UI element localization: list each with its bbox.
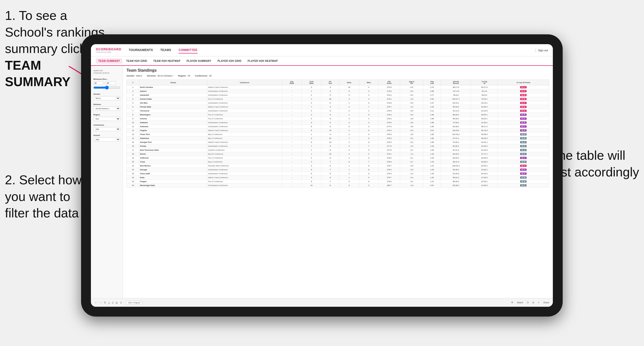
table-row: 18 Illinois Big Ten Conference - 1 23 4 … bbox=[127, 152, 549, 156]
table-filters: Gender: Men's Division: NCAA Division I … bbox=[126, 75, 549, 77]
table-row: 26 Mississippi State Southeastern Confer… bbox=[127, 183, 549, 187]
download-icon[interactable]: ⇓ bbox=[120, 301, 122, 304]
table-row: 20 Texas Big 12 Conference - 3 7 8 7 278… bbox=[127, 160, 549, 164]
nav-tournaments[interactable]: TOURNAMENTS bbox=[129, 47, 153, 53]
table-row: 10 Alabama Southeastern Conference - 5 6… bbox=[127, 121, 549, 125]
copy-icon[interactable]: ▯ bbox=[112, 301, 114, 304]
table-row: 11 Arkansas Southeastern Conference - 8 … bbox=[127, 125, 549, 129]
table-body: 1 North Carolina Atlantic Coast Conferen… bbox=[127, 85, 549, 187]
nav-teams[interactable]: TEAMS bbox=[160, 47, 172, 53]
standings-table: # School Conference AvgRank ConfRank NoT… bbox=[126, 79, 549, 187]
table-row: 15 Georgia Tech Atlantic Coast Conferenc… bbox=[127, 140, 549, 144]
subnav-player-h2h-heatmap[interactable]: PLAYER H2H HEATMAP bbox=[245, 58, 280, 64]
table-row: 6 Florida State Atlantic Coast Conferenc… bbox=[127, 105, 549, 109]
logo-title: SCOREBOARD bbox=[96, 47, 122, 51]
range-inputs: - bbox=[93, 81, 120, 85]
gender-filter: Gender: Men's bbox=[126, 75, 142, 77]
subnav-team-h2h-heatmap[interactable]: TEAM H2H HEATMAP bbox=[151, 58, 183, 64]
instruction-step2: 2. Select how you want to filter the dat… bbox=[5, 172, 82, 222]
sub-nav: TEAM SUMMARY TEAM H2H GRID TEAM H2H HEAT… bbox=[91, 56, 553, 66]
sidebar-min-round: Minimum Rou... - bbox=[93, 78, 120, 90]
table-row: 3 Vanderbilt Southeastern Conference - 2… bbox=[127, 93, 549, 97]
col-rank: # bbox=[127, 80, 139, 85]
table-row: 7 Tennessee Southeastern Conference - 4 … bbox=[127, 109, 549, 113]
refresh-icon[interactable]: ↻ bbox=[104, 301, 106, 304]
watch-label[interactable]: Watch bbox=[517, 301, 523, 304]
table-row: 5 Ole Miss Southeastern Conference - 3 6… bbox=[127, 101, 549, 105]
bookmark-icon[interactable]: ◎ bbox=[116, 301, 118, 304]
sidebar-gender: Gender Men's Women's bbox=[93, 93, 120, 100]
expand-icon: ⧉ bbox=[532, 301, 534, 304]
round-slider[interactable] bbox=[93, 86, 120, 90]
signout-link[interactable]: Sign out bbox=[538, 49, 548, 52]
table-row: 12 Virginia Atlantic Coast Conference - … bbox=[127, 129, 549, 133]
table-row: 24 Duke Atlantic Coast Conference - 5 9 … bbox=[127, 176, 549, 180]
sidebar-school: School (All) bbox=[93, 134, 120, 142]
subnav-team-h2h-grid[interactable]: TEAM H2H GRID bbox=[124, 58, 150, 64]
sidebar-division: Division NCAA Division I NCAA Division I… bbox=[93, 103, 120, 111]
toolbar-right: 👁 Watch ☷ ⧉ ↗ Share bbox=[511, 301, 549, 304]
table-row: 1 North Carolina Atlantic Coast Conferen… bbox=[127, 85, 549, 89]
region-filter: Region: All bbox=[178, 75, 190, 77]
subnav-player-summary[interactable]: PLAYER SUMMARY bbox=[184, 58, 214, 64]
subnav-player-h2h-grid[interactable]: PLAYER H2H GRID bbox=[215, 58, 244, 64]
home-icon[interactable]: △ bbox=[108, 301, 110, 304]
max-round-input[interactable] bbox=[106, 81, 116, 85]
table-row: 25 Oregon Pac-12 Conference - 9 7 0 8 27… bbox=[127, 180, 549, 183]
sidebar-filters: Update time: 27/03/2024 16:56:26 Minimum… bbox=[91, 66, 123, 298]
division-select[interactable]: NCAA Division I NCAA Division II NCAA Di… bbox=[93, 107, 120, 111]
table-header-row: # School Conference AvgRank ConfRank NoT… bbox=[127, 80, 549, 85]
table-row: 8 Washington Pac-12 Conference - 2 8 1 6… bbox=[127, 113, 549, 117]
table-row: 4 Arizona State Pac-12 Conference - 1 26… bbox=[127, 97, 549, 101]
grid-icon: ☷ bbox=[527, 301, 529, 304]
table-row: 22 Georgia Southeastern Conference - 8 7… bbox=[127, 168, 549, 172]
table-row: 14 Oklahoma Big 12 Conference - 9 24 7 6… bbox=[127, 137, 549, 140]
nav-committee[interactable]: COMMITTEE bbox=[179, 47, 198, 53]
table-row: 17 East Tennessee State Southern Confere… bbox=[127, 148, 549, 152]
back-icon[interactable]: ← bbox=[94, 301, 97, 304]
col-adj-score: Adj.Score bbox=[378, 80, 400, 85]
min-round-input[interactable] bbox=[93, 81, 103, 85]
col-points: Vs Top 50 Points bbox=[498, 80, 549, 85]
tablet-screen: SCOREBOARD Powered by clippi TOURNAMENTS… bbox=[91, 44, 553, 307]
region-select[interactable]: N/A All East West bbox=[93, 117, 120, 121]
tablet-device: SCOREBOARD Powered by clippi TOURNAMENTS… bbox=[81, 34, 563, 317]
view-original-button[interactable]: View: Original bbox=[126, 301, 142, 305]
table-area: Team Standings Gender: Men's Division: N… bbox=[123, 66, 553, 298]
logo-subtitle: Powered by clippi bbox=[96, 51, 122, 53]
nav-links: TOURNAMENTS TEAMS COMMITTEE bbox=[129, 47, 535, 53]
col-conf-rank: ConfRank bbox=[302, 80, 321, 85]
share-label[interactable]: Share bbox=[543, 301, 549, 304]
table-row: 9 Arizona Pac-12 Conference - 3 8 3 4 27… bbox=[127, 117, 549, 121]
school-select[interactable]: (All) bbox=[93, 137, 120, 142]
col-no-tour: NoTour bbox=[321, 80, 339, 85]
table-row: 16 Florida Southeastern Conference - 7 9… bbox=[127, 144, 549, 148]
col-vs25: Vs Top25 bbox=[471, 80, 498, 85]
division-filter: Division: NCAA Division I bbox=[147, 75, 173, 77]
col-school: School bbox=[139, 80, 207, 85]
conference-select[interactable]: (All) Atlantic Coast Conference Big Ten … bbox=[93, 127, 120, 131]
col-avg-rank: AvgRank bbox=[282, 80, 302, 85]
col-avg-low: AvgLow bbox=[423, 80, 441, 85]
col-conference: Conference bbox=[207, 80, 282, 85]
watch-icon: 👁 bbox=[511, 301, 513, 304]
subnav-team-summary[interactable]: TEAM SUMMARY bbox=[96, 58, 122, 64]
sidebar-conference: Conference (All) Atlantic Coast Conferen… bbox=[93, 124, 120, 131]
table-row: 23 Texas A&M Southeastern Conference - 8… bbox=[127, 172, 549, 176]
update-time: Update time: 27/03/2024 16:56:26 bbox=[93, 69, 120, 74]
gender-select[interactable]: Men's Women's bbox=[93, 96, 120, 100]
table-row: 2 Auburn Southeastern Conference - 1 9 6… bbox=[127, 89, 549, 93]
col-wins: Wins bbox=[359, 80, 378, 85]
bottom-toolbar: ← → ↻ △ ▯ ◎ ⇓ View: Original 👁 Watch ☷ ⧉… bbox=[91, 298, 553, 307]
sidebar-region: Region N/A All East West bbox=[93, 114, 120, 121]
table-title: Team Standings bbox=[126, 68, 549, 73]
main-content: Update time: 27/03/2024 16:56:26 Minimum… bbox=[91, 66, 553, 298]
conference-filter: Conference: All bbox=[195, 75, 212, 77]
nav-bar: SCOREBOARD Powered by clippi TOURNAMENTS… bbox=[91, 44, 553, 56]
logo: SCOREBOARD Powered by clippi bbox=[96, 47, 122, 53]
forward-icon[interactable]: → bbox=[99, 301, 102, 304]
share-icon: ↗ bbox=[538, 301, 540, 304]
toolbar-icons: ← → ↻ △ ▯ ◎ ⇓ bbox=[94, 301, 122, 304]
col-overall: OverallRecord bbox=[441, 80, 471, 85]
col-rnds: Rnds bbox=[339, 80, 359, 85]
